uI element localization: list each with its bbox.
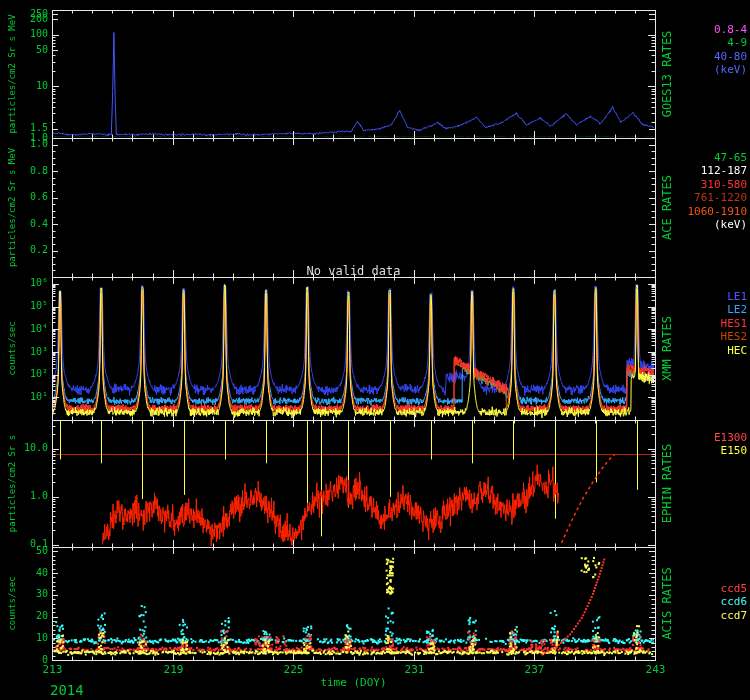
- radiation-plot-canvas: [0, 0, 750, 700]
- radiation-monitoring-figure: No valid data time (DOY) 2014: [0, 0, 750, 700]
